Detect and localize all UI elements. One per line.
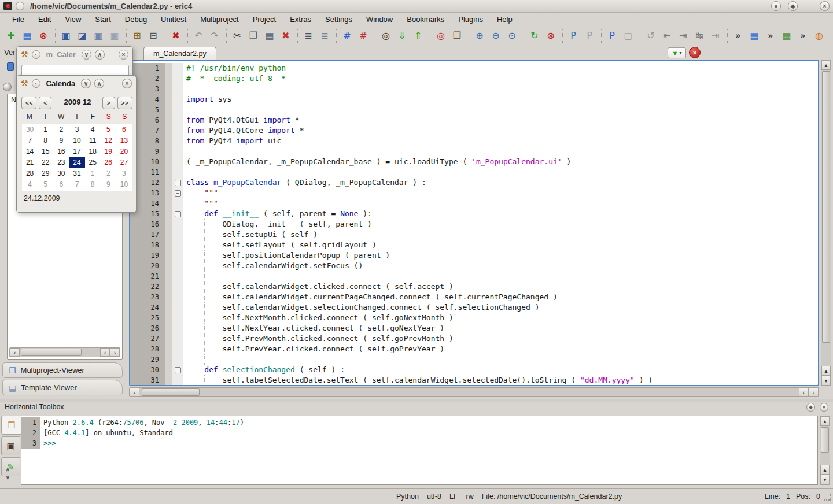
goto-line-icon[interactable]: # (340, 28, 355, 43)
close-editor-button[interactable]: × (689, 47, 701, 58)
app-window-titlebar[interactable]: ⚒ · m_Caler ∨ ∧ × (17, 47, 132, 62)
calendar-day[interactable]: 9 (101, 179, 116, 190)
scrollbar-track[interactable] (139, 388, 799, 396)
scrollbar-thumb[interactable] (142, 388, 200, 396)
close-toolbox-button[interactable]: × (820, 403, 828, 412)
tab-scroll-down-icon[interactable]: ∨ (6, 475, 10, 480)
prev-month-button[interactable]: < (39, 97, 51, 109)
scroll-left-button[interactable]: ‹ (10, 348, 20, 357)
calendar-day[interactable]: 14 (22, 146, 38, 157)
float-toolbox-button[interactable]: ◈ (806, 403, 815, 412)
scrollbar-thumb[interactable] (822, 71, 830, 343)
tab-scroll-up-icon[interactable]: ∧ (6, 466, 10, 472)
scroll-left-button[interactable]: ‹ (130, 388, 139, 396)
menu-bookmarks[interactable]: Bookmarks (400, 14, 451, 25)
scrollbar-track[interactable] (20, 348, 100, 357)
task-viewer-tab[interactable]: ✎ (1, 457, 20, 476)
shade-button[interactable]: ∨ (82, 50, 91, 60)
sidebar-tab-multiproject-viewer[interactable]: ❐Multiproject-Viewer (2, 362, 123, 378)
goto-brace-icon[interactable]: # (356, 28, 371, 43)
next-year-button[interactable]: >> (117, 97, 132, 109)
calendar-day[interactable]: 8 (38, 135, 53, 146)
calendar-day[interactable]: 6 (116, 124, 132, 135)
stop-icon[interactable]: ⊗ (543, 28, 558, 43)
scroll-down-button[interactable]: ▾ (820, 475, 830, 484)
toolbar-overflow-1-icon[interactable]: » (731, 28, 746, 43)
search-in-files-icon[interactable]: ❐ (449, 28, 465, 43)
calendar-popup-window[interactable]: ⚒ · Calenda ∨ ∧ × << < 2009 12 > >> MTWT… (16, 75, 137, 213)
menu-multiproject[interactable]: Multiproject (194, 14, 245, 25)
calendar-day[interactable]: 23 (53, 157, 69, 168)
snapshot-icon[interactable]: ▦ (779, 28, 794, 43)
comment-icon[interactable]: ≣ (301, 28, 316, 43)
search-next-icon[interactable]: ⇓ (395, 28, 410, 43)
calendar-day[interactable]: 27 (116, 157, 132, 168)
calendar-day[interactable]: 29 (38, 168, 53, 179)
code-editor[interactable]: 1#! /usr/bin/env python2# -*- coding: ut… (129, 60, 819, 386)
calendar-day[interactable]: 6 (53, 179, 69, 190)
menu-window[interactable]: Window (360, 14, 399, 25)
pin-icon[interactable]: · (16, 2, 24, 10)
calendar-day[interactable]: 2 (101, 168, 116, 179)
menu-file[interactable]: File (6, 14, 31, 25)
pin-icon[interactable]: · (32, 50, 40, 59)
toolbar-overflow-2-icon[interactable]: » (763, 28, 778, 43)
calendar-day[interactable]: 3 (69, 124, 84, 135)
calendar-day[interactable]: 22 (38, 157, 53, 168)
zoom-out-icon[interactable]: ⊖ (488, 28, 503, 43)
next-month-button[interactable]: > (102, 97, 115, 109)
smart-indent-icon[interactable]: ↹ (692, 28, 707, 43)
paste-icon[interactable]: ▤ (262, 28, 277, 43)
print-icon[interactable]: ⊞ (130, 28, 145, 43)
calendar-day[interactable]: 15 (38, 146, 53, 157)
calendar-day[interactable]: 2 (53, 124, 69, 135)
menu-debug[interactable]: Debug (119, 14, 153, 25)
menu-help[interactable]: Help (491, 14, 519, 25)
menu-view[interactable]: View (58, 14, 87, 25)
cut-icon[interactable]: ✂ (230, 28, 245, 43)
python-console-icon[interactable]: P (566, 28, 581, 43)
calendar-day[interactable]: 13 (116, 135, 132, 146)
save-copy-icon[interactable]: ▣ (91, 28, 106, 43)
calendar-day[interactable]: 10 (116, 179, 132, 190)
calendar-grid[interactable]: 3012345678910111213141516171819202122232… (22, 124, 132, 191)
restart-icon[interactable]: ↺ (643, 28, 658, 43)
calendar-day[interactable]: 21 (22, 157, 38, 168)
close-window-button[interactable]: × (820, 1, 830, 11)
calendar-day[interactable]: 5 (101, 124, 116, 135)
calendar-day[interactable]: 26 (101, 157, 116, 168)
fold-marker[interactable]: – (175, 180, 181, 186)
menu-extras[interactable]: Extras (283, 14, 318, 25)
save-all-icon[interactable]: ▣ (107, 28, 122, 43)
scroll-up-button[interactable]: ▴ (821, 60, 831, 70)
calendar-day[interactable]: 24 (69, 157, 84, 168)
open-file-icon[interactable]: ▤ (20, 28, 35, 43)
close-file-icon[interactable]: ⊗ (36, 28, 51, 43)
fold-marker[interactable]: – (175, 367, 181, 373)
shade-window-button[interactable]: ∨ (771, 1, 781, 11)
save-as-icon[interactable]: ◪ (75, 28, 90, 43)
scroll-right-button[interactable]: › (809, 388, 819, 396)
python-shell[interactable]: 1Python 2.6.4 (r264:75706, Nov 2 2009, 1… (21, 416, 818, 485)
calendar-day[interactable]: 30 (53, 168, 69, 179)
calendar-day[interactable]: 18 (85, 146, 101, 157)
zoom-in-icon[interactable]: ⊕ (472, 28, 487, 43)
calendar-day[interactable]: 28 (22, 168, 38, 179)
quicksearch-clear-icon[interactable]: ◎ (433, 28, 448, 43)
editor-tab[interactable]: m_Calendar2.py (143, 47, 216, 60)
refresh-icon[interactable]: ↻ (527, 28, 542, 43)
scroll-right-button[interactable]: › (110, 348, 120, 357)
save-icon[interactable]: ▣ (58, 28, 73, 43)
search-prev-icon[interactable]: ⇑ (411, 28, 426, 43)
shell-vertical-scrollbar[interactable]: ▴ ▴ ▾ (820, 416, 830, 485)
close-button[interactable]: × (119, 50, 128, 60)
copy-icon[interactable]: ❐ (246, 28, 261, 43)
calendar-day[interactable]: 3 (116, 168, 132, 179)
scrollbar-track[interactable] (820, 426, 830, 465)
calendar-day[interactable]: 5 (38, 179, 53, 190)
shade-button[interactable]: ∨ (81, 79, 91, 88)
calendar-day[interactable]: 25 (85, 157, 101, 168)
editor-horizontal-scrollbar[interactable]: ‹ ‹ › (129, 387, 819, 397)
new-file-icon[interactable]: ✚ (3, 28, 19, 43)
maximize-window-button[interactable]: ◈ (788, 1, 798, 11)
